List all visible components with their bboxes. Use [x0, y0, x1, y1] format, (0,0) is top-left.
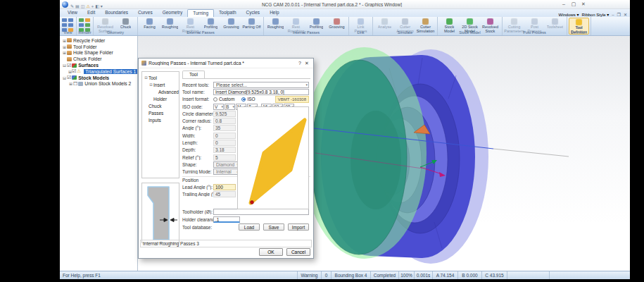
style-selector-ribbon-style[interactable]: Ribbon Style ▾ [582, 12, 610, 17]
tab-edit[interactable]: Edit [82, 9, 100, 17]
ribbon-small-icon[interactable] [79, 23, 84, 27]
ribbon-small-icon[interactable] [79, 18, 84, 22]
ribbon-tab-row: ViewEditBoundariesCurvesGeometryTurningT… [60, 9, 630, 17]
mdi-button[interactable]: ❐ [617, 12, 621, 17]
ribbon-button-grooving[interactable]: Grooving [327, 18, 347, 30]
ribbon-button-grooving[interactable]: Grooving [221, 18, 241, 30]
dialog-tree-item-holder[interactable]: Holder [142, 95, 179, 102]
iso-select[interactable]: B▾ [225, 104, 235, 110]
alert-icon[interactable]: ⚠ [86, 4, 89, 8]
button-import[interactable]: Import [288, 223, 309, 231]
ribbon-button-analyse[interactable]: Analyse [374, 18, 395, 30]
tab-curves[interactable]: Curves [133, 9, 158, 17]
ribbon-button-facing[interactable]: Facing [139, 18, 160, 30]
ribbon-button-profiling[interactable]: Profiling [306, 18, 327, 30]
checkbox[interactable]: ☐ [73, 81, 77, 87]
checkbox[interactable]: ☑ [67, 63, 71, 68]
status-cell-warning: Warning [297, 271, 321, 279]
dialog-title-bar[interactable]: Roughing Passes - Internal Turned part.d… [139, 59, 313, 68]
preview-icon[interactable]: ◫ [81, 4, 85, 8]
field-holder-clearance: Holder clearance:.1 [182, 216, 310, 223]
tab-view[interactable]: View [63, 9, 82, 17]
facing-icon [146, 18, 153, 25]
tab-boundaries[interactable]: Boundaries [100, 9, 133, 17]
ribbon-button-roughing[interactable]: Roughing [265, 18, 286, 30]
dialog-tree-item-advanced[interactable]: Advanced [142, 88, 179, 95]
tree-item-chuck-folder[interactable]: Chuck Folder [60, 56, 137, 62]
folder-icon [67, 57, 72, 61]
save-icon[interactable]: ▤ [75, 4, 80, 8]
tree-item-stock-models[interactable]: ⊟☑Stock Models [60, 75, 137, 81]
radio-custom[interactable]: Custom [213, 97, 234, 102]
tree-item-recycle-folder[interactable]: ⊞Recycle Folder [60, 37, 137, 44]
ribbon-small-icon[interactable] [62, 18, 67, 22]
tab-help[interactable]: Help [265, 9, 284, 17]
tree-item-triangulated-surfaces-1-0-01[interactable]: ⊞☑⚠Triangulated Surfaces 1 (0.01) [60, 68, 137, 75]
select-shape[interactable]: Diamond▾ [213, 161, 240, 168]
ribbon-small-icon[interactable] [85, 18, 90, 22]
tab-geometry[interactable]: Geometry [158, 9, 188, 17]
tab-turning[interactable]: Turning [187, 9, 214, 17]
collapse-icon[interactable]: ⊟ [144, 75, 149, 80]
style-selector-windows[interactable]: Windows ▾ [559, 12, 579, 17]
tree-item-union-stock-models-2[interactable]: ⊞☐Union Stock Models 2 [60, 81, 137, 87]
button-save[interactable]: Save [263, 223, 284, 231]
select-recent-tools[interactable]: Please select...▾ [213, 82, 309, 88]
dialog-icon [141, 61, 146, 66]
select-turning-mode[interactable]: Internal▾ [213, 168, 240, 175]
dialog-tree-item-tool[interactable]: ⊟Tool [142, 74, 179, 81]
measure-icon[interactable]: ⌖ [91, 4, 94, 8]
cancel-button[interactable]: Cancel [286, 248, 310, 256]
close-button[interactable]: ✕ [580, 1, 587, 7]
ribbon-small-icon[interactable] [85, 23, 90, 27]
ribbon-button-profiling[interactable]: Profiling [201, 18, 221, 30]
ribbon-button-toolsheet[interactable]: Toolsheet [545, 18, 565, 30]
mdi-button[interactable]: ✕ [624, 12, 627, 17]
radio-iso[interactable]: ISO [241, 97, 255, 102]
maximize-button[interactable]: ▢ [570, 1, 577, 7]
collapse-icon[interactable]: ⊟ [149, 82, 153, 87]
dialog-tree-item-insert[interactable]: ⊟Insert [142, 81, 179, 88]
mdi-button[interactable]: – [612, 13, 614, 17]
checkbox[interactable]: ☑ [72, 68, 76, 74]
dialog-tree-item-inputs[interactable]: Inputs [142, 116, 179, 123]
ok-button[interactable]: OK [259, 248, 283, 256]
ribbon-button-roughing[interactable]: Roughing [160, 18, 180, 30]
screen-icon[interactable]: ◧ [95, 4, 99, 8]
input-tool-name[interactable]: Insert Diamond[9.525x0.8 3.18, 0] [213, 89, 309, 95]
dialog-help-button[interactable]: ? [296, 61, 303, 66]
button-load[interactable]: Load [239, 223, 260, 231]
ribbon-button-chuck[interactable]: Chuck [115, 18, 136, 30]
tree-item-tool-folder[interactable]: ⊞Tool Folder [60, 44, 137, 50]
app-logo[interactable] [62, 1, 68, 8]
iso-select[interactable]: V▾ [213, 104, 224, 110]
input-toolholder[interactable] [213, 209, 309, 215]
expand-icon[interactable]: ⊞ [62, 38, 67, 43]
field-recent-tools: Recent tools:Please select...▾ [182, 81, 310, 88]
tree-item-surfaces[interactable]: ⊟☑Surfaces [60, 62, 137, 68]
tab-toolpath[interactable]: Toolpath [214, 9, 241, 17]
input-holder-clearance[interactable]: .1 [213, 216, 240, 223]
tool-definition-icon [576, 19, 582, 25]
checkbox[interactable]: ☑ [67, 75, 71, 80]
more-icon[interactable]: ▾ [101, 4, 103, 8]
dialog-tree-item-passes[interactable]: Passes [142, 109, 179, 116]
dialog-close-button[interactable]: ✕ [303, 61, 310, 66]
ribbon-small-icon[interactable] [68, 23, 73, 27]
expand-icon[interactable]: ⊞ [62, 50, 67, 55]
tree-item-hole-shape-folder[interactable]: ⊞Hole Shape Folder [60, 50, 137, 56]
collapse-icon[interactable]: ⊟ [62, 75, 67, 80]
dialog-status-text: Internal Roughing Passes 3 [143, 241, 199, 246]
dialog-tree-item-chuck[interactable]: Chuck [142, 102, 179, 109]
input-lead-angle[interactable]: 100 [213, 184, 236, 190]
ribbon-small-icon[interactable] [68, 18, 73, 22]
edit-icon[interactable]: ✎ [70, 4, 74, 8]
minimize-button[interactable]: – [560, 1, 567, 7]
ribbon-small-icon[interactable] [62, 23, 67, 27]
expand-icon[interactable]: ⊞ [62, 44, 67, 49]
collapse-icon[interactable]: ⊟ [62, 63, 67, 68]
ribbon-button-parting-off[interactable]: Parting Off [241, 18, 262, 30]
expand-icon[interactable]: ⊞ [68, 81, 73, 86]
tab-cycles[interactable]: Cycles [241, 9, 265, 17]
screen: ✎▤◫⚠⌖◧▾ NCG CAM 20.0.01 - [Internal Turn… [0, 0, 644, 282]
